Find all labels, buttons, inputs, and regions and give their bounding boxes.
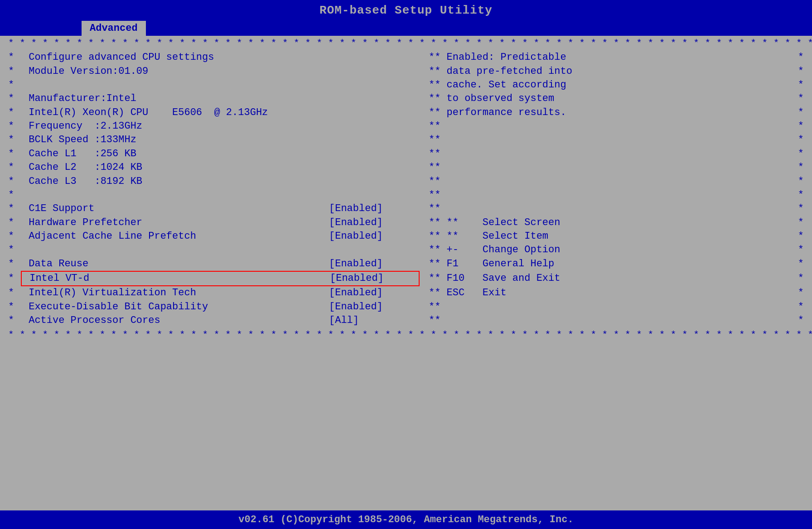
row-star: * <box>8 147 21 161</box>
row-star-end: * <box>793 314 804 327</box>
tab-advanced[interactable]: Advanced <box>82 21 146 36</box>
row-star-end: * <box>793 300 804 314</box>
table-row: * Intel(R) Virtualization Tech[Enabled]*… <box>0 286 812 300</box>
star-line-top: * * * * * * * * * * * * * * * * * * * * … <box>0 36 812 51</box>
row-left: Cache L1 :256 KB <box>21 147 329 161</box>
tab-bar: Advanced <box>0 19 812 36</box>
row-right: ** Enabled: Predictable <box>420 51 793 64</box>
table-row: * Adjacent Cache Line Prefetch[Enabled]*… <box>0 230 812 243</box>
row-right: ** +- Change Option <box>420 243 793 257</box>
row-left: Frequency :2.13GHz <box>21 120 329 133</box>
row-right: ** ** Select Item <box>420 230 793 243</box>
row-star: * <box>8 106 21 120</box>
row-left: Data Reuse <box>21 257 329 271</box>
main-area: * * * * * * * * * * * * * * * * * * * * … <box>0 36 812 510</box>
row-right: ** ESC Exit <box>420 286 793 300</box>
row-star-end: * <box>793 286 804 300</box>
row-left[interactable]: Intel VT-d <box>22 272 330 285</box>
row-left <box>21 78 329 92</box>
row-star: * <box>8 120 21 133</box>
row-star: * <box>8 272 21 285</box>
row-right: ** <box>420 120 793 133</box>
row-left: BCLK Speed :133MHz <box>21 133 329 147</box>
row-star: * <box>8 51 21 64</box>
table-row: * Intel VT-d[Enabled]** F10 Save and Exi… <box>0 271 812 286</box>
row-star: * <box>8 161 21 174</box>
row-star: * <box>8 314 21 327</box>
row-value: [Enabled] <box>329 300 420 314</box>
row-star-end: * <box>793 230 804 243</box>
row-right: ** <box>420 188 793 202</box>
row-left: Execute-Disable Bit Capability <box>21 300 329 314</box>
row-left <box>21 243 329 257</box>
table-row: * Execute-Disable Bit Capability[Enabled… <box>0 300 812 314</box>
row-left: Cache L2 :1024 KB <box>21 161 329 174</box>
row-left: Configure advanced CPU settings <box>21 51 329 64</box>
table-row: * Module Version:01.09** data pre-fetche… <box>0 65 812 78</box>
row-value[interactable]: [Enabled] <box>330 272 420 285</box>
row-star-end: * <box>793 272 804 285</box>
row-star: * <box>8 133 21 147</box>
row-star-end: * <box>793 92 804 106</box>
row-right: ** data pre-fetched into <box>420 65 793 78</box>
row-star-end: * <box>793 161 804 174</box>
table-row: * Configure advanced CPU settings** Enab… <box>0 51 812 64</box>
row-value: [Enabled] <box>329 230 420 243</box>
row-star: * <box>8 216 21 230</box>
row-star: * <box>8 202 21 216</box>
row-left: Module Version:01.09 <box>21 65 329 78</box>
table-row: * Data Reuse[Enabled]** F1 General Help* <box>0 257 812 271</box>
row-star-end: * <box>793 78 804 92</box>
row-star: * <box>8 257 21 271</box>
row-value: [Enabled] <box>329 286 420 300</box>
title-bar: ROM-based Setup Utility <box>0 0 812 19</box>
row-value: [All] <box>329 314 420 327</box>
row-star: * <box>8 188 21 202</box>
row-right: ** <box>420 314 793 327</box>
row-star: * <box>8 78 21 92</box>
row-right: ** to observed system <box>420 92 793 106</box>
row-right: ** F10 Save and Exit <box>420 272 793 285</box>
row-star-end: * <box>793 243 804 257</box>
row-left: Manufacturer:Intel <box>21 92 329 106</box>
row-star-end: * <box>793 202 804 216</box>
table-row: * *** <box>0 188 812 202</box>
row-value: [Enabled] <box>329 257 420 271</box>
table-row: * Cache L3 :8192 KB*** <box>0 175 812 188</box>
row-star: * <box>8 286 21 300</box>
row-star: * <box>8 175 21 188</box>
highlight-wrapper[interactable]: Intel VT-d[Enabled] <box>21 271 420 286</box>
table-row: * Intel(R) Xeon(R) CPU E5606 @ 2.13GHz**… <box>0 106 812 120</box>
table-row: * Frequency :2.13GHz*** <box>0 120 812 133</box>
row-left <box>21 188 329 202</box>
row-left: C1E Support <box>21 202 329 216</box>
row-right: ** <box>420 147 793 161</box>
table-row: * Active Processor Cores[All]*** <box>0 314 812 327</box>
row-star-end: * <box>793 65 804 78</box>
row-star-end: * <box>793 147 804 161</box>
row-star-end: * <box>793 257 804 271</box>
row-left: Intel(R) Xeon(R) CPU E5606 @ 2.13GHz <box>21 106 329 120</box>
table-row: * Manufacturer:Intel** to observed syste… <box>0 92 812 106</box>
row-left: Active Processor Cores <box>21 314 329 327</box>
footer-text: v02.61 (C)Copyright 1985-2006, American … <box>238 514 573 525</box>
row-right: ** F1 General Help <box>420 257 793 271</box>
row-star: * <box>8 65 21 78</box>
rows-container: * Configure advanced CPU settings** Enab… <box>0 51 812 327</box>
row-right: ** <box>420 300 793 314</box>
app-title: ROM-based Setup Utility <box>319 4 493 17</box>
row-star-end: * <box>793 188 804 202</box>
row-left: Cache L3 :8192 KB <box>21 175 329 188</box>
table-row: * Cache L2 :1024 KB*** <box>0 161 812 174</box>
star-line-bottom: * * * * * * * * * * * * * * * * * * * * … <box>0 327 812 342</box>
row-star-end: * <box>793 51 804 64</box>
row-right: ** <box>420 175 793 188</box>
footer-bar: v02.61 (C)Copyright 1985-2006, American … <box>0 510 812 529</box>
table-row: * C1E Support[Enabled]*** <box>0 202 812 216</box>
row-right: ** ** Select Screen <box>420 216 793 230</box>
row-value: [Enabled] <box>329 216 420 230</box>
row-star-end: * <box>793 216 804 230</box>
row-right: ** <box>420 202 793 216</box>
table-row: * ** cache. Set according* <box>0 78 812 92</box>
table-row: * ** +- Change Option* <box>0 243 812 257</box>
